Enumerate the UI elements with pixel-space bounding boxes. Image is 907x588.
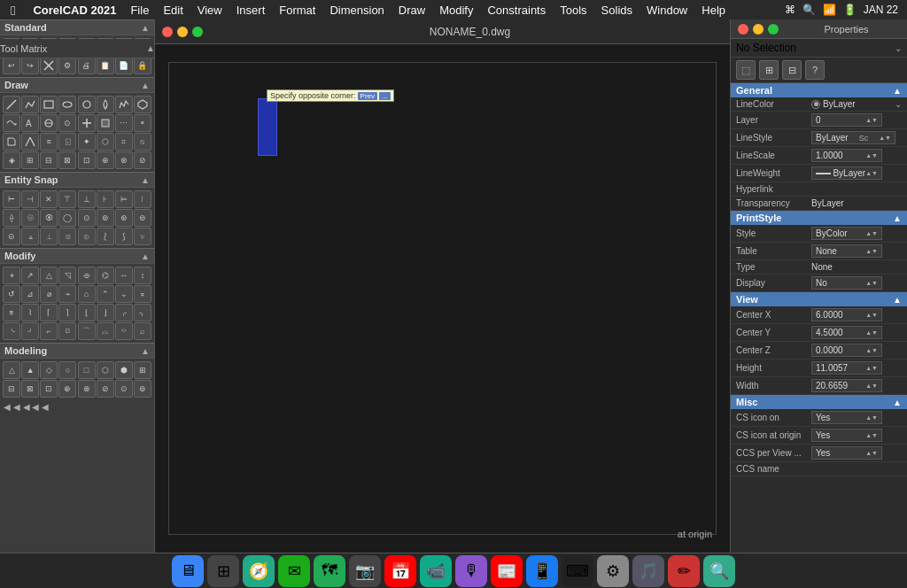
mod-btn-13[interactable]: ⌂ [78,285,96,303]
linescale-spin[interactable]: ▲▼ [865,152,878,159]
lineweight-input[interactable]: ByLayer ▲▼ [811,166,882,180]
draw-btn-28[interactable]: ⊠ [58,151,76,169]
toolbar-collapse-arrow[interactable]: ▲ [146,43,155,53]
mdl-btn-13[interactable]: ⊗ [78,380,96,398]
snap-btn-16[interactable]: ⊜ [134,209,151,227]
mdl-btn-15[interactable]: ⊙ [115,380,133,398]
mod-btn-26[interactable]: ⌏ [21,322,39,340]
dock-terminal[interactable]: ⌨ [562,555,593,587]
section-entity-snap[interactable]: Entity Snap ▲ [0,172,154,188]
tooltip-prev-btn[interactable]: Prev [358,92,377,100]
mdl-btn-10[interactable]: ⊠ [21,380,39,398]
menu-format[interactable]: Format [272,0,322,19]
section-draw[interactable]: Draw ▲ [0,77,154,93]
menu-insert[interactable]: Insert [229,0,273,19]
std-btn-9[interactable]: ↩ [3,57,20,74]
mod-btn-4[interactable]: ◹ [58,267,76,284]
mdl-btn-4[interactable]: ○ [58,361,76,379]
snap-btn-23[interactable]: ⟆ [115,228,133,245]
width-input[interactable]: 20.6659 ▲▼ [811,379,882,392]
toolbar-scroll-arrows[interactable]: ◀ ◀ ◀ ◀ ◀ [0,400,154,414]
snap-btn-4[interactable]: ⊤ [58,190,76,208]
mod-btn-21[interactable]: ⌊ [78,304,96,321]
mod-btn-1[interactable]: ⌖ [3,267,20,284]
tooltip-more-btn[interactable]: ... [379,92,391,100]
maximize-button[interactable] [192,27,203,37]
mod-btn-20[interactable]: ⌉ [58,304,76,321]
mod-btn-6[interactable]: ⌬ [97,267,114,284]
snap-btn-2[interactable]: ⊣ [21,190,39,208]
mdl-btn-2[interactable]: ▲ [21,361,39,379]
section-modeling[interactable]: Modeling ▲ [0,343,154,359]
mdl-btn-1[interactable]: △ [3,361,20,379]
lineweight-spin[interactable]: ▲▼ [865,170,878,176]
table-input[interactable]: None ▲▼ [811,244,882,258]
view-section-header[interactable]: View ▲ [731,292,907,306]
mod-btn-8[interactable]: ↕ [134,267,151,284]
snap-btn-9[interactable]: ⟠ [3,209,20,227]
prop-icon-3[interactable]: ⊟ [782,60,802,80]
menu-dimension[interactable]: Dimension [322,0,391,19]
draw-btn-8[interactable] [134,96,151,113]
draw-btn-32[interactable]: ⊘ [134,151,151,169]
mod-btn-19[interactable]: ⌈ [40,304,58,321]
draw-btn-3[interactable] [40,96,58,113]
linescale-input[interactable]: 1.0000 ▲▼ [811,149,882,162]
draw-btn-4[interactable] [58,96,76,113]
menu-constraints[interactable]: Constraints [480,0,553,19]
draw-btn-6[interactable] [97,96,114,113]
snap-btn-19[interactable]: ⟂ [40,228,58,245]
window-controls[interactable] [155,27,210,37]
mod-btn-5[interactable]: ⌯ [78,267,96,284]
draw-btn-16[interactable]: ⚬ [134,114,151,132]
height-input[interactable]: 11.0057 ▲▼ [811,361,882,375]
selection-dropdown-arrow[interactable]: ⌄ [895,43,902,53]
draw-btn-18[interactable] [21,133,39,151]
std-btn-14[interactable]: 📋 [97,57,114,74]
drawing-viewport[interactable]: Specify opposite corner: Prev ... [168,62,717,535]
center-x-input[interactable]: 6.0000 ▲▼ [811,308,882,321]
mod-btn-17[interactable]: ⌆ [3,304,20,321]
center-y-input[interactable]: 4.5000 ▲▼ [811,326,882,339]
menu-view[interactable]: View [190,0,229,19]
props-close[interactable] [738,24,748,35]
draw-btn-7[interactable] [115,96,133,113]
dock-corelcad[interactable]: ✏ [668,555,700,587]
dock-safari[interactable]: 🧭 [243,555,275,587]
dock-systemprefs[interactable]: ⚙ [597,555,629,587]
mod-btn-9[interactable]: ↺ [3,285,20,303]
snap-btn-24[interactable]: ⟇ [134,228,151,245]
mod-btn-22[interactable]: ⌋ [97,304,114,321]
draw-btn-22[interactable]: ⬡ [97,133,114,151]
snap-btn-15[interactable]: ⊛ [115,209,133,227]
style-input[interactable]: ByColor ▲▼ [811,227,882,240]
close-button[interactable] [162,27,173,37]
draw-btn-25[interactable]: ◈ [3,151,20,169]
layer-spin[interactable]: ▲▼ [865,117,878,123]
linecolor-arrow[interactable]: ⌄ [895,99,902,109]
mdl-btn-16[interactable]: ⊚ [134,380,151,398]
dock-finder2[interactable]: 🔍 [703,555,735,587]
draw-btn-20[interactable]: ⌺ [58,133,76,151]
draw-btn-29[interactable]: ⊡ [78,151,96,169]
dock-launchpad[interactable]: ⊞ [207,555,239,587]
ccs-per-view-input[interactable]: Yes ▲▼ [811,446,882,460]
width-spin[interactable]: ▲▼ [865,383,878,389]
std-btn-10[interactable]: ↪ [21,57,39,74]
draw-btn-10[interactable]: A [21,114,39,132]
cs-icon-origin-spin[interactable]: ▲▼ [865,432,878,438]
height-spin[interactable]: ▲▼ [865,365,878,371]
section-modify[interactable]: Modify ▲ [0,248,154,264]
menu-help[interactable]: Help [694,0,733,19]
dock-podcasts[interactable]: 🎙 [455,555,487,587]
mod-btn-18[interactable]: ⌇ [21,304,39,321]
draw-btn-31[interactable]: ⊗ [115,151,133,169]
dock-messages[interactable]: ✉ [278,555,310,587]
mdl-btn-7[interactable]: ⬢ [115,361,133,379]
draw-btn-14[interactable] [97,114,114,132]
dock-appstore[interactable]: 📱 [526,555,558,587]
menu-tools[interactable]: Tools [553,0,593,19]
draw-btn-2[interactable] [21,96,39,113]
dock-news[interactable]: 📰 [491,555,523,587]
snap-btn-21[interactable]: ⟄ [78,228,96,245]
